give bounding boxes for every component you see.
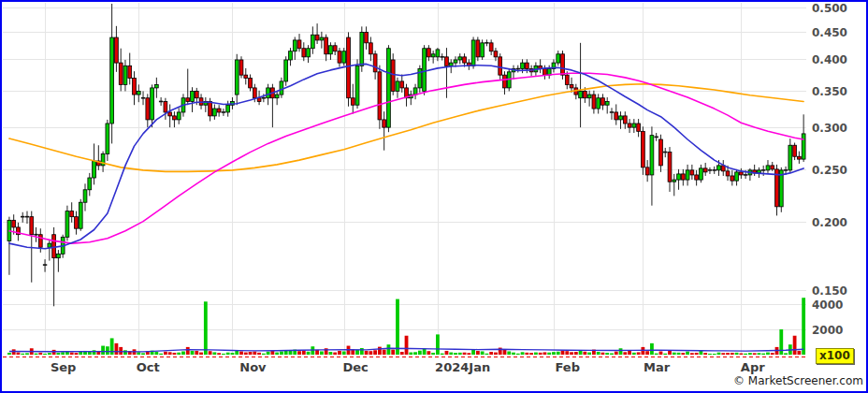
candle-body [244, 75, 248, 78]
volume-bar [405, 336, 409, 355]
volume-bar [43, 354, 47, 355]
volume-bar [587, 353, 591, 355]
candle-body [173, 116, 177, 120]
volume-bar [56, 353, 60, 355]
volume-bar [106, 346, 109, 355]
doji-dash [141, 97, 145, 99]
volume-bar [708, 354, 712, 355]
volume-bar [38, 353, 42, 355]
candle-body [52, 235, 56, 258]
volume-bar [360, 348, 364, 355]
candle-body [396, 81, 399, 92]
candle-body [481, 43, 485, 57]
candle-body [226, 105, 230, 112]
price-tick-label: 0.200 [812, 216, 847, 229]
doji-dash [610, 111, 614, 113]
doji-dash [744, 174, 747, 176]
volume-bar [154, 352, 158, 355]
candle-body [561, 54, 565, 75]
volume-bar [191, 351, 195, 355]
volume-bar [650, 343, 654, 355]
candle-body [75, 217, 79, 229]
candle-body [342, 51, 346, 63]
volume-bar [668, 351, 672, 355]
volume-bar [489, 352, 493, 355]
volume-bar [168, 352, 172, 355]
volume-bar [119, 347, 123, 355]
candle-body [311, 35, 314, 49]
volume-bar [761, 354, 765, 355]
volume-bar [378, 347, 382, 355]
candle-body [637, 124, 641, 131]
volume-bar [355, 350, 359, 355]
candle-body [413, 88, 417, 95]
volume-bar [280, 351, 283, 355]
candle-body [293, 40, 297, 51]
volume-bar [307, 352, 311, 355]
candle-body [83, 190, 87, 202]
volume-bar [297, 351, 301, 355]
volume-bar [48, 353, 51, 355]
volume-tick-label: 4000 [812, 298, 843, 312]
volume-bar [721, 353, 725, 355]
volume-bar [597, 352, 600, 355]
volume-bar [75, 353, 79, 355]
doji-dash [159, 101, 163, 103]
volume-bar [199, 353, 203, 355]
candle-body [587, 95, 591, 98]
candle-body [499, 57, 502, 75]
candle-body [735, 172, 739, 181]
doji-dash [222, 111, 225, 113]
month-label: Feb [556, 360, 580, 374]
volume-bar [583, 352, 586, 355]
candle-body [605, 101, 609, 105]
volume-bar [619, 348, 623, 355]
volume-bar [454, 353, 457, 355]
doji-dash [663, 152, 667, 153]
candle-body [146, 98, 150, 120]
volume-bar [333, 353, 337, 355]
candle-body [378, 72, 382, 120]
candle-body [632, 124, 636, 127]
doji-dash [34, 234, 37, 236]
volume-bar [253, 352, 256, 355]
volume-bar [557, 352, 560, 355]
candle-body [320, 37, 324, 40]
volume-bar [25, 353, 29, 355]
doji-dash [761, 169, 765, 171]
candle-body [387, 49, 391, 127]
candle-body [347, 37, 351, 98]
candle-body [489, 43, 493, 51]
candle-body [771, 166, 774, 169]
volume-bar [771, 353, 774, 355]
candle-body [186, 98, 190, 102]
candle-body [592, 95, 596, 109]
stock-chart-container: 0.5000.4500.4000.3500.3000.2500.2000.150… [0, 0, 868, 393]
volume-bar [17, 353, 21, 355]
doji-dash [654, 137, 658, 138]
volume-bar [632, 353, 636, 355]
candle-body [168, 112, 172, 116]
month-label: Oct [137, 360, 160, 374]
candle-body [217, 109, 221, 112]
volume-bar [494, 353, 498, 355]
volume-bar [427, 351, 430, 355]
candle-body [695, 175, 699, 180]
volume-bar [485, 354, 489, 355]
volume-bar [320, 351, 324, 355]
price-tick-label: 0.400 [812, 53, 847, 66]
volume-bar [512, 353, 515, 355]
month-label: Nov [239, 360, 267, 374]
volume-bar [731, 353, 734, 355]
volume-bar [449, 353, 453, 355]
candle-body [123, 66, 127, 84]
volume-bar [744, 354, 747, 355]
volume-bar [739, 354, 743, 355]
volume-tick-label: 2000 [812, 324, 843, 337]
candle-body [739, 172, 743, 175]
candle-body [65, 211, 69, 238]
volume-bar [35, 354, 38, 355]
volume-bar [342, 351, 346, 355]
candle-body [458, 57, 462, 60]
candle-body [645, 167, 649, 175]
